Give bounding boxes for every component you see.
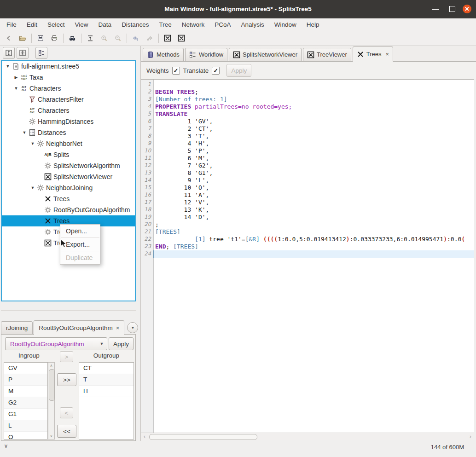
scroll-right-icon[interactable]: ›: [467, 434, 474, 440]
tree-item-full-alignment-stree5[interactable]: ▼full-alignment.stree5: [2, 61, 135, 72]
splitter[interactable]: [1, 310, 136, 311]
editor-apply-button[interactable]: Apply: [226, 64, 251, 77]
editor-line[interactable]: 1: [141, 81, 474, 88]
editor-line[interactable]: 16 11 'A',: [141, 191, 474, 199]
tab-treeviewer[interactable]: TreeViewer: [303, 48, 351, 61]
ingroup-item[interactable]: P: [4, 374, 47, 386]
ingroup-item[interactable]: GV: [4, 363, 47, 374]
tree-item-neighborjoining[interactable]: ▼ NeighborJoining: [2, 182, 135, 193]
editor-line[interactable]: 20;: [141, 221, 474, 228]
editor-line[interactable]: 22 [1] tree 't1'=[&R] ((((1:0.0,5:0.0194…: [141, 236, 474, 243]
editor-line[interactable]: 14 9 'L',: [141, 177, 474, 184]
scroll-up-icon[interactable]: ∧: [48, 363, 54, 369]
algo-tab-rootbyoutgroupalgorithm[interactable]: RootByOutGroupAlgorithm×: [34, 320, 124, 335]
chevron-down-icon[interactable]: ▼: [13, 86, 19, 91]
tab-workflow[interactable]: Workflow: [185, 48, 227, 61]
editor-line[interactable]: 9 4 'H',: [141, 140, 474, 147]
editor-line[interactable]: 21[TREES]: [141, 228, 474, 236]
translate-checkbox[interactable]: ✓: [212, 67, 220, 75]
chevron-down-icon[interactable]: ▼: [29, 141, 36, 146]
menu-pcoa[interactable]: PCoA: [209, 21, 236, 28]
expand-all-button[interactable]: [3, 47, 15, 59]
redo-button[interactable]: [143, 32, 157, 44]
maximize-button[interactable]: [449, 6, 455, 12]
menu-edit[interactable]: Edit: [22, 21, 42, 28]
ingroup-item[interactable]: O: [4, 432, 47, 443]
outgroup-item[interactable]: H: [79, 386, 134, 397]
scrollbar-thumb[interactable]: [49, 369, 55, 401]
tree-item-trees[interactable]: Trees: [2, 193, 135, 204]
tab-trees[interactable]: Trees×: [353, 46, 393, 62]
open-button[interactable]: [16, 32, 29, 44]
zoom-in-button[interactable]: [97, 32, 111, 44]
zoom-out-button[interactable]: [111, 32, 125, 44]
find-button[interactable]: [65, 32, 79, 44]
tab-overflow-button[interactable]: ▼: [127, 322, 138, 333]
tree-item-rootbyoutgroupalgorithm[interactable]: RootByOutGroupAlgorithm: [2, 204, 135, 215]
move-all-left-button[interactable]: <<: [57, 425, 76, 438]
editor-line[interactable]: 10 5 'P',: [141, 147, 474, 155]
tree-viewer-button[interactable]: [174, 32, 188, 44]
menu-view[interactable]: View: [70, 21, 93, 28]
splits-viewer-button[interactable]: [161, 32, 174, 44]
collapse-all-button[interactable]: [17, 47, 29, 59]
tree-item-characters[interactable]: ▼ACTACTCharacters: [2, 83, 135, 94]
chevron-down-icon[interactable]: ▼: [21, 130, 28, 135]
move-left-button[interactable]: <: [60, 407, 73, 418]
ingroup-scrollbar[interactable]: ∧ ∨: [48, 362, 55, 440]
editor-line[interactable]: 12 7 'G2',: [141, 162, 474, 169]
tab-methods[interactable]: Methods: [143, 48, 184, 61]
editor-line[interactable]: 19 14 'D',: [141, 214, 474, 221]
menu-window[interactable]: Window: [269, 21, 302, 28]
nexus-editor[interactable]: 12BEGIN TREES;3[Number of trees: 1]4PROP…: [141, 79, 474, 433]
ingroup-item[interactable]: M: [4, 386, 47, 397]
save-button[interactable]: [34, 32, 47, 44]
outgroup-list[interactable]: CTTH: [79, 362, 134, 440]
context-menu-duplicate[interactable]: Duplicate: [60, 251, 100, 264]
menu-distances[interactable]: Distances: [116, 21, 154, 28]
editor-line[interactable]: 23END; [TREES]: [141, 243, 474, 250]
tree-item-splitsnetworkalgorithm[interactable]: SplitsNetworkAlgorithm: [2, 160, 135, 171]
algo-tab-rjoining[interactable]: rJoining: [1, 321, 33, 335]
algorithm-select[interactable]: RootByOutGroupAlgorithm ▼: [5, 337, 107, 350]
tree-item-hammingdistances[interactable]: HammingDistances: [2, 116, 135, 127]
menu-data[interactable]: Data: [93, 21, 117, 28]
ingroup-item[interactable]: G1: [4, 409, 47, 420]
tree-item-charactersfilter[interactable]: CharactersFilter: [2, 94, 135, 105]
tree-item-splits[interactable]: A|BSplits: [2, 149, 135, 160]
editor-line[interactable]: 8 3 'T',: [141, 133, 474, 140]
move-all-right-button[interactable]: >>: [57, 373, 76, 386]
print-button[interactable]: [47, 32, 61, 44]
chevron-right-icon[interactable]: ▶: [13, 75, 19, 80]
ingroup-list[interactable]: GVPMG2G1LO: [4, 362, 48, 440]
ingroup-item[interactable]: L: [4, 420, 47, 432]
editor-line[interactable]: 3[Number of trees: 1]: [141, 96, 474, 103]
tree-item-neighbornet[interactable]: ▼ NeighborNet: [2, 138, 135, 149]
editor-line[interactable]: 5TRANSLATE: [141, 110, 474, 118]
chevron-down-icon[interactable]: ▼: [29, 185, 36, 190]
editor-line[interactable]: 6 1 'GV',: [141, 118, 474, 125]
move-right-button[interactable]: >: [60, 351, 73, 362]
close-tab-icon[interactable]: ×: [116, 324, 120, 331]
close-tab-icon[interactable]: ×: [386, 51, 389, 58]
editor-line[interactable]: 13 8 'G1',: [141, 169, 474, 177]
close-button[interactable]: ✕: [463, 5, 471, 13]
editor-line[interactable]: 18 13 'K',: [141, 206, 474, 214]
outgroup-item[interactable]: CT: [79, 363, 134, 374]
editor-line[interactable]: 7 2 'CT',: [141, 125, 474, 133]
menu-help[interactable]: Help: [302, 21, 325, 28]
chevron-down-icon[interactable]: ▼: [5, 64, 11, 69]
tree-item-characters[interactable]: ACTACTCharacters: [2, 105, 135, 116]
menu-select[interactable]: Select: [42, 21, 70, 28]
collapse-text-button[interactable]: [83, 32, 97, 44]
menu-tree[interactable]: Tree: [154, 21, 176, 28]
context-menu-open[interactable]: Open...: [60, 225, 100, 237]
back-button[interactable]: [2, 32, 16, 44]
editor-hscrollbar[interactable]: ‹ ›: [141, 433, 474, 440]
menu-network[interactable]: Network: [177, 21, 210, 28]
show-details-button[interactable]: [35, 47, 47, 59]
menu-file[interactable]: File: [1, 21, 22, 28]
editor-line[interactable]: 24: [141, 250, 474, 258]
ingroup-item[interactable]: G2: [4, 397, 47, 409]
tab-splitsnetworkviewer[interactable]: SplitsNetworkViewer: [229, 48, 302, 61]
